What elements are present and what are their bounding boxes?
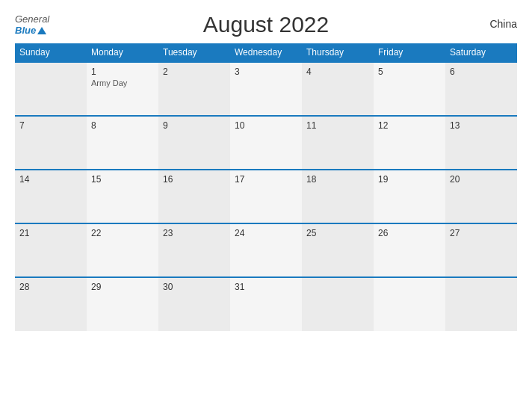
calendar-cell: 4: [302, 62, 374, 116]
weekday-header-thursday: Thursday: [302, 43, 374, 62]
day-number: 11: [306, 120, 369, 131]
calendar-cell: 29: [87, 277, 158, 331]
day-number: 24: [235, 228, 297, 238]
calendar-cell: 8: [87, 116, 158, 170]
calendar-cell: 19: [374, 170, 445, 223]
calendar-cell: 1Army Day: [87, 62, 158, 116]
day-number: 30: [163, 282, 226, 292]
calendar-cell: 30: [158, 277, 230, 331]
calendar-cell: 22: [87, 223, 158, 277]
calendar-cell: 26: [374, 223, 445, 277]
calendar-cell: 14: [15, 170, 87, 223]
weekday-header-sunday: Sunday: [15, 43, 87, 62]
day-number: 7: [19, 120, 82, 131]
calendar-cell: 28: [15, 277, 87, 331]
calendar-cell: 5: [374, 62, 445, 116]
day-number: 22: [91, 228, 154, 238]
calendar-cell: 13: [445, 116, 517, 170]
calendar-header: General Blue August 2022 China: [15, 12, 517, 37]
calendar-cell: 24: [230, 223, 302, 277]
calendar-cell: 23: [158, 223, 230, 277]
calendar-cell: 2: [158, 62, 230, 116]
day-number: 10: [235, 120, 297, 131]
calendar-table: SundayMondayTuesdayWednesdayThursdayFrid…: [15, 43, 517, 331]
day-number: 26: [378, 228, 441, 238]
calendar-week-row: 78910111213: [15, 116, 517, 170]
day-number: 16: [163, 174, 226, 185]
calendar-body: 1Army Day2345678910111213141516171819202…: [15, 62, 517, 331]
calendar-cell: 27: [445, 223, 517, 277]
calendar-cell: [302, 277, 374, 331]
day-number: 3: [235, 67, 297, 77]
calendar-cell: 11: [302, 116, 374, 170]
weekday-header-tuesday: Tuesday: [158, 43, 230, 62]
month-title: August 2022: [203, 12, 329, 37]
day-number: 27: [450, 228, 513, 238]
weekday-header-saturday: Saturday: [445, 43, 517, 62]
calendar-cell: 21: [15, 223, 87, 277]
day-number: 13: [450, 120, 513, 131]
logo-general-text: General: [15, 13, 49, 25]
day-number: 31: [235, 282, 297, 292]
calendar-week-row: 14151617181920: [15, 170, 517, 223]
day-number: 29: [91, 282, 154, 292]
day-number: 15: [91, 174, 154, 185]
weekday-header-friday: Friday: [374, 43, 445, 62]
day-number: 18: [306, 174, 369, 185]
day-number: 23: [163, 228, 226, 238]
logo-triangle-icon: [37, 27, 46, 34]
day-number: 17: [235, 174, 297, 185]
weekday-header-wednesday: Wednesday: [230, 43, 302, 62]
day-number: 5: [378, 67, 441, 77]
calendar-cell: [374, 277, 445, 331]
day-number: 6: [450, 67, 513, 77]
country-label: China: [489, 18, 517, 30]
calendar-cell: [445, 277, 517, 331]
calendar-cell: 25: [302, 223, 374, 277]
calendar-cell: 20: [445, 170, 517, 223]
day-number: 21: [19, 228, 82, 238]
logo: General Blue: [15, 13, 49, 36]
day-number: 8: [91, 120, 154, 131]
day-number: 25: [306, 228, 369, 238]
day-number: 28: [19, 282, 82, 292]
day-number: 2: [163, 67, 226, 77]
calendar-cell: 17: [230, 170, 302, 223]
calendar-cell: 16: [158, 170, 230, 223]
weekday-header-monday: Monday: [87, 43, 158, 62]
event-label: Army Day: [91, 78, 154, 87]
calendar-cell: 7: [15, 116, 87, 170]
calendar-week-row: 21222324252627: [15, 223, 517, 277]
calendar-cell: 9: [158, 116, 230, 170]
calendar-header-row: SundayMondayTuesdayWednesdayThursdayFrid…: [15, 43, 517, 62]
calendar-cell: 18: [302, 170, 374, 223]
calendar-cell: 6: [445, 62, 517, 116]
logo-blue-text: Blue: [15, 25, 36, 36]
calendar-cell: 31: [230, 277, 302, 331]
day-number: 14: [19, 174, 82, 185]
calendar-cell: [15, 62, 87, 116]
day-number: 1: [91, 67, 154, 77]
calendar-cell: 15: [87, 170, 158, 223]
day-number: 4: [306, 67, 369, 77]
day-number: 20: [450, 174, 513, 185]
day-number: 9: [163, 120, 226, 131]
calendar-cell: 3: [230, 62, 302, 116]
day-number: 12: [378, 120, 441, 131]
calendar-cell: 10: [230, 116, 302, 170]
calendar-cell: 12: [374, 116, 445, 170]
calendar-week-row: 1Army Day23456: [15, 62, 517, 116]
calendar-week-row: 28293031: [15, 277, 517, 331]
day-number: 19: [378, 174, 441, 185]
